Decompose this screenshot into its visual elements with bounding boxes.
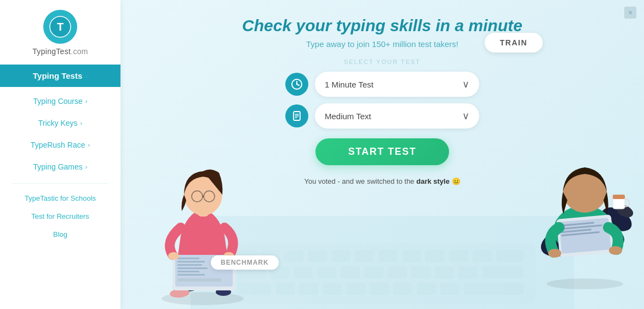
sidebar: T TypingTest.com Typing Tests › Typing C… xyxy=(0,0,120,309)
svg-point-30 xyxy=(547,278,623,289)
svg-rect-53 xyxy=(355,250,374,262)
sidebar-item-typing-games[interactable]: Typing Games › xyxy=(0,156,120,178)
svg-rect-19 xyxy=(177,267,208,269)
duration-chevron: ∨ xyxy=(462,78,469,90)
svg-rect-52 xyxy=(331,250,350,262)
svg-rect-18 xyxy=(177,264,202,266)
duration-value: 1 Minute Test xyxy=(325,80,373,89)
svg-line-4 xyxy=(297,84,299,85)
chevron-icon: › xyxy=(85,73,88,79)
svg-rect-59 xyxy=(496,250,524,262)
svg-rect-57 xyxy=(449,250,468,262)
voted-text: You voted - and we switched to the dark … xyxy=(304,177,460,185)
svg-point-28 xyxy=(168,252,179,260)
svg-rect-69 xyxy=(458,266,478,278)
person-right-illustration xyxy=(532,143,639,293)
chevron-icon: › xyxy=(85,164,88,170)
svg-rect-73 xyxy=(299,283,318,295)
svg-rect-46 xyxy=(613,195,625,199)
sidebar-item-typerush-race[interactable]: TypeRush Race › xyxy=(0,134,120,156)
svg-rect-16 xyxy=(177,258,199,259)
sidebar-item-typing-tests[interactable]: Typing Tests › xyxy=(0,65,120,87)
svg-rect-70 xyxy=(482,266,524,278)
svg-rect-78 xyxy=(417,283,436,295)
chevron-icon: › xyxy=(85,98,88,104)
hero-title: Check your typing skills in a minute xyxy=(242,16,522,35)
document-icon xyxy=(285,104,308,127)
svg-rect-51 xyxy=(308,250,327,262)
sidebar-item-typetastic[interactable]: TypeTastic for Schools xyxy=(0,189,120,207)
svg-rect-66 xyxy=(388,266,407,278)
text-type-row: Medium Text ∨ xyxy=(285,103,479,129)
svg-point-43 xyxy=(609,246,622,255)
svg-text:T: T xyxy=(57,21,64,33)
duration-dropdown[interactable]: 1 Minute Test ∨ xyxy=(315,72,479,97)
clock-icon xyxy=(285,73,308,96)
benchmark-badge[interactable]: BENCHMARK xyxy=(211,255,279,270)
svg-rect-64 xyxy=(341,266,360,278)
svg-rect-67 xyxy=(411,266,430,278)
sidebar-item-blog[interactable]: Blog xyxy=(0,225,120,243)
text-type-value: Medium Text xyxy=(325,112,371,121)
svg-rect-17 xyxy=(177,261,205,263)
svg-rect-56 xyxy=(426,250,445,262)
svg-rect-21 xyxy=(177,274,205,276)
divider xyxy=(12,183,108,184)
svg-rect-55 xyxy=(402,250,421,262)
svg-rect-54 xyxy=(378,250,398,262)
svg-rect-77 xyxy=(393,283,412,295)
svg-rect-74 xyxy=(323,283,342,295)
logo-area: T TypingTest.com xyxy=(32,10,88,56)
svg-rect-65 xyxy=(364,266,383,278)
logo-text: TypingTest.com xyxy=(32,47,88,56)
svg-rect-80 xyxy=(464,283,524,295)
svg-rect-50 xyxy=(284,250,303,262)
person-left-illustration xyxy=(142,137,263,309)
svg-rect-20 xyxy=(177,271,199,272)
sidebar-item-typing-course[interactable]: Typing Course › xyxy=(0,90,120,112)
svg-point-42 xyxy=(548,249,561,258)
chevron-icon: › xyxy=(88,142,90,148)
main-content: × Check your typing skills in a minute T… xyxy=(120,0,644,309)
svg-rect-68 xyxy=(435,266,454,278)
svg-rect-63 xyxy=(317,266,336,278)
svg-rect-72 xyxy=(275,283,295,295)
sidebar-item-tricky-keys[interactable]: Tricky Keys › xyxy=(0,112,120,134)
logo-icon: T xyxy=(43,10,77,44)
svg-rect-22 xyxy=(177,278,221,282)
duration-row: 1 Minute Test ∨ xyxy=(285,72,479,97)
svg-rect-62 xyxy=(294,266,313,278)
text-type-chevron: ∨ xyxy=(462,110,469,122)
start-test-button[interactable]: START TEST xyxy=(315,138,450,165)
close-button[interactable]: × xyxy=(624,7,636,19)
text-type-dropdown[interactable]: Medium Text ∨ xyxy=(315,103,479,129)
controls-area: 1 Minute Test ∨ Medium Text ∨ START TEST xyxy=(285,72,479,185)
svg-rect-75 xyxy=(346,283,365,295)
select-label: SELECT YOUR TEST xyxy=(344,59,421,65)
sidebar-item-recruiters[interactable]: Test for Recruiters xyxy=(0,207,120,225)
keyboard-decoration xyxy=(218,238,547,309)
hero-subtitle: Type away to join 150+ million test take… xyxy=(306,39,458,49)
svg-rect-76 xyxy=(370,283,389,295)
train-badge[interactable]: TRAIN xyxy=(485,33,543,53)
chevron-icon: › xyxy=(81,120,83,126)
svg-rect-58 xyxy=(473,250,492,262)
svg-rect-79 xyxy=(440,283,459,295)
